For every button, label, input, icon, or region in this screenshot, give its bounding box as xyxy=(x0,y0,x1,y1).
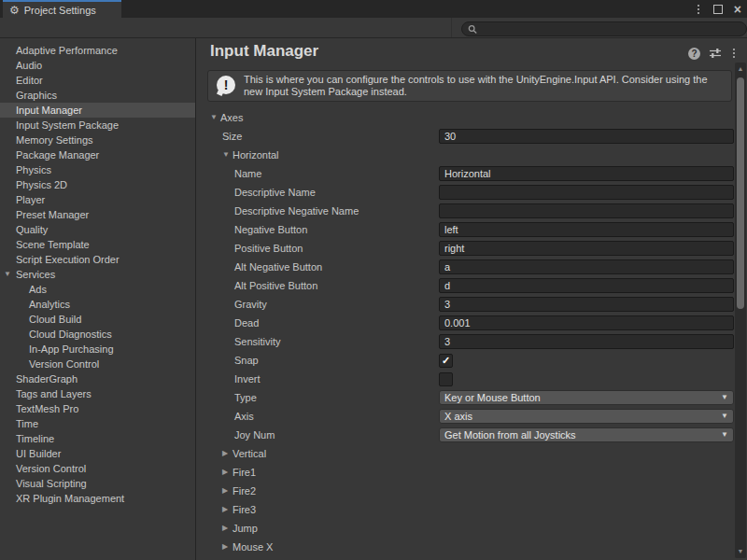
scroll-down-icon[interactable]: ▼ xyxy=(735,547,746,556)
sidebar-item-package-manager[interactable]: Package Manager xyxy=(0,147,195,162)
sidebar-item-script-execution-order[interactable]: Script Execution Order xyxy=(0,252,195,267)
sidebar-item-ads[interactable]: Ads xyxy=(0,282,195,297)
property-label: Joy Num xyxy=(234,426,275,444)
help-icon[interactable]: ? xyxy=(688,48,700,60)
sidebar-item-label: Ads xyxy=(29,284,47,295)
foldout-label: Axes xyxy=(220,108,243,127)
sidebar-item-textmesh-pro[interactable]: TextMesh Pro xyxy=(0,401,195,416)
sidebar-item-analytics[interactable]: Analytics xyxy=(0,297,195,312)
sidebar-item-xr-plugin-management[interactable]: XR Plugin Management xyxy=(0,491,195,506)
checkbox-snap[interactable]: ✓ xyxy=(439,354,453,368)
dropdown-type[interactable]: Key or Mouse Button▼ xyxy=(439,390,734,405)
foldout-horizontal[interactable]: ▼Horizontal xyxy=(197,146,734,164)
sidebar-item-version-control[interactable]: Version Control xyxy=(0,357,195,371)
field-descriptive-negative-name-input[interactable] xyxy=(439,203,734,218)
window-menu-icon[interactable] xyxy=(695,3,702,16)
sidebar-item-services[interactable]: ▼Services xyxy=(0,267,195,282)
sidebar-item-visual-scripting[interactable]: Visual Scripting xyxy=(0,476,195,491)
sidebar-item-physics[interactable]: Physics xyxy=(0,162,195,177)
sidebar-item-label: Adaptive Performance xyxy=(16,45,118,56)
sidebar-item-cloud-diagnostics[interactable]: Cloud Diagnostics xyxy=(0,327,195,342)
sidebar-item-memory-settings[interactable]: Memory Settings xyxy=(0,133,195,147)
info-text: This is where you can configure the cont… xyxy=(244,74,726,98)
sidebar-item-label: Cloud Diagnostics xyxy=(29,329,112,340)
sidebar-item-player[interactable]: Player xyxy=(0,192,195,207)
scrollbar-thumb[interactable] xyxy=(737,77,744,309)
close-icon[interactable]: × xyxy=(734,3,741,16)
collapsed-arrow-icon: ▶ xyxy=(222,538,228,556)
project-settings-window: ⚙ Project Settings × Adaptive Performanc… xyxy=(0,0,747,560)
property-label: Invert xyxy=(234,370,261,388)
sidebar-item-adaptive-performance[interactable]: Adaptive Performance xyxy=(0,43,195,58)
property-label: Gravity xyxy=(234,295,267,314)
sidebar-item-timeline[interactable]: Timeline xyxy=(0,431,195,446)
sidebar-item-scene-template[interactable]: Scene Template xyxy=(0,237,195,252)
field-alt-positive-button-input[interactable] xyxy=(439,278,734,293)
sidebar-item-label: Version Control xyxy=(29,358,99,370)
foldout-label: Jump xyxy=(233,519,258,538)
dropdown-joy-num[interactable]: Get Motion from all Joysticks▼ xyxy=(439,427,734,442)
sidebar-item-quality[interactable]: Quality xyxy=(0,222,195,237)
field-size-input[interactable] xyxy=(439,129,734,144)
sidebar-item-label: Preset Manager xyxy=(16,209,89,220)
checkbox-invert[interactable] xyxy=(439,372,453,386)
tab-project-settings[interactable]: ⚙ Project Settings xyxy=(3,0,121,18)
field-alt-negative-button-input[interactable] xyxy=(439,259,734,274)
scroll-up-icon[interactable]: ▲ xyxy=(735,64,746,74)
maximize-icon[interactable] xyxy=(713,5,723,14)
foldout-label: Fire1 xyxy=(233,463,256,482)
sidebar-item-shadergraph[interactable]: ShaderGraph xyxy=(0,371,195,386)
field-negative-button-input[interactable] xyxy=(439,222,734,237)
property-row-size: Size xyxy=(197,127,734,146)
sidebar-item-input-system-package[interactable]: Input System Package xyxy=(0,118,195,133)
sidebar-item-preset-manager[interactable]: Preset Manager xyxy=(0,207,195,222)
presets-icon[interactable] xyxy=(709,48,722,59)
collapsed-arrow-icon: ▶ xyxy=(222,500,228,519)
foldout-arrow-icon[interactable]: ▼ xyxy=(4,267,11,282)
search-input[interactable] xyxy=(477,23,746,35)
foldout-label: Fire2 xyxy=(233,482,256,500)
content-area: Adaptive PerformanceAudioEditorGraphicsI… xyxy=(0,38,747,560)
sidebar-item-label: Scene Template xyxy=(16,239,90,250)
settings-category-list: Adaptive PerformanceAudioEditorGraphicsI… xyxy=(0,38,196,560)
sidebar-item-label: Quality xyxy=(16,224,48,235)
foldout-mouse-x[interactable]: ▶Mouse X xyxy=(197,538,734,556)
sidebar-item-physics-2d[interactable]: Physics 2D xyxy=(0,177,195,192)
toolbar xyxy=(0,18,747,38)
foldout-jump[interactable]: ▶Jump xyxy=(197,519,734,538)
vertical-scrollbar[interactable]: ▲ ▼ xyxy=(735,63,746,558)
sidebar-item-version-control[interactable]: Version Control xyxy=(0,461,195,476)
field-descriptive-name-input[interactable] xyxy=(439,185,734,200)
field-positive-button-input[interactable] xyxy=(439,241,734,256)
expanded-arrow-icon: ▼ xyxy=(210,108,218,127)
foldout-fire1[interactable]: ▶Fire1 xyxy=(197,463,734,482)
sidebar-item-editor[interactable]: Editor xyxy=(0,73,195,88)
sidebar-item-cloud-build[interactable]: Cloud Build xyxy=(0,312,195,327)
foldout-fire3[interactable]: ▶Fire3 xyxy=(197,500,734,519)
sidebar-item-label: Time xyxy=(16,418,38,429)
sidebar-item-label: In-App Purchasing xyxy=(29,343,114,355)
search-box[interactable] xyxy=(461,21,747,36)
sidebar-item-audio[interactable]: Audio xyxy=(0,58,195,73)
sidebar-item-time[interactable]: Time xyxy=(0,416,195,431)
field-sensitivity-input[interactable] xyxy=(439,334,734,349)
sidebar-item-label: TextMesh Pro xyxy=(16,403,78,414)
property-row-invert: Invert xyxy=(197,370,734,388)
sidebar-item-input-manager[interactable]: Input Manager xyxy=(0,103,195,118)
property-row-axis: AxisX axis▼ xyxy=(197,407,734,426)
foldout-axes[interactable]: ▼Axes xyxy=(197,108,734,127)
sidebar-item-tags-and-layers[interactable]: Tags and Layers xyxy=(0,386,195,401)
field-dead-input[interactable] xyxy=(439,315,734,330)
more-options-icon[interactable] xyxy=(730,47,738,60)
foldout-vertical[interactable]: ▶Vertical xyxy=(197,444,734,463)
sidebar-item-ui-builder[interactable]: UI Builder xyxy=(0,446,195,461)
sidebar-item-graphics[interactable]: Graphics xyxy=(0,88,195,103)
field-gravity-input[interactable] xyxy=(439,297,734,312)
field-name-input[interactable] xyxy=(439,166,734,181)
foldout-fire2[interactable]: ▶Fire2 xyxy=(197,482,734,500)
dropdown-axis[interactable]: X axis▼ xyxy=(439,409,734,424)
sidebar-item-in-app-purchasing[interactable]: In-App Purchasing xyxy=(0,342,195,357)
sidebar-item-label: Analytics xyxy=(29,299,70,310)
sidebar-item-label: Input Manager xyxy=(16,105,82,116)
sidebar-item-label: Cloud Build xyxy=(29,314,81,325)
